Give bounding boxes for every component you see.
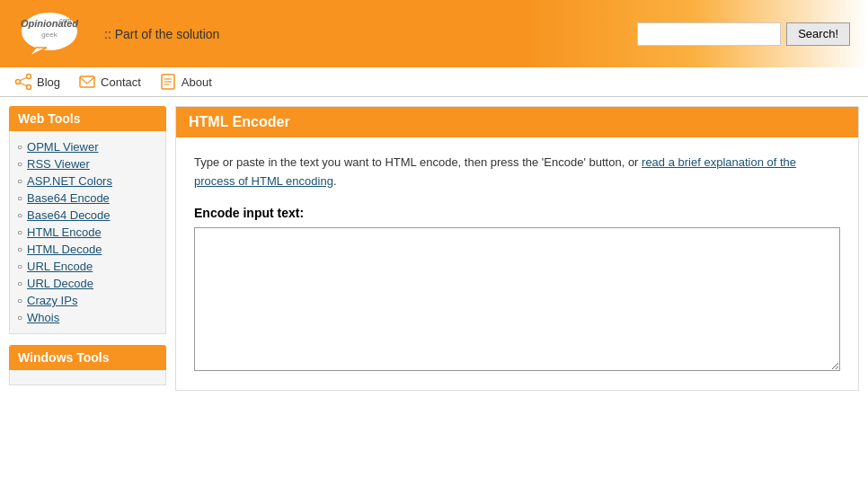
logo-svg: Opinionated .com geek <box>18 8 81 57</box>
main-layout: Web Tools OPML Viewer RSS Viewer ASP.NET… <box>0 97 868 400</box>
nav-contact-label: Contact <box>101 75 141 89</box>
nav-item-contact[interactable]: Contact <box>78 73 141 91</box>
sidebar-section2: Windows Tools <box>9 345 166 385</box>
list-item: Crazy IPs <box>17 292 158 309</box>
svg-point-7 <box>27 85 31 90</box>
sidebar-link-url-decode[interactable]: URL Decode <box>27 277 93 290</box>
sidebar-link-opml-viewer[interactable]: OPML Viewer <box>27 140 98 154</box>
list-item: Base64 Decode <box>17 207 158 224</box>
encode-label: Encode input text: <box>194 206 840 220</box>
nav-bar: Blog Contact About <box>0 67 868 97</box>
search-input[interactable] <box>637 22 781 46</box>
sidebar-link-whois[interactable]: Whois <box>27 311 59 324</box>
list-item: Whois <box>17 309 158 326</box>
intro-text-part1: Type or paste in the text you want to HT… <box>194 155 642 169</box>
list-item: RSS Viewer <box>17 155 158 172</box>
svg-rect-10 <box>80 76 94 87</box>
tagline: :: Part of the solution <box>104 27 219 41</box>
header: Opinionated .com geek :: Part of the sol… <box>0 0 868 67</box>
sidebar-section1-title: Web Tools <box>9 106 166 131</box>
sidebar-links-windows-tools <box>9 370 166 385</box>
sidebar-link-base64-decode[interactable]: Base64 Decode <box>27 208 111 222</box>
search-button[interactable]: Search! <box>786 22 850 46</box>
content-area: HTML Encoder Type or paste in the text y… <box>175 106 859 391</box>
content-body: Type or paste in the text you want to HT… <box>176 137 858 390</box>
sidebar-link-base64-encode[interactable]: Base64 Encode <box>27 191 110 205</box>
contact-icon <box>78 73 96 91</box>
sidebar-link-html-encode[interactable]: HTML Encode <box>27 225 102 239</box>
sidebar-link-aspnet-colors[interactable]: ASP.NET Colors <box>27 174 112 188</box>
blog-icon <box>14 73 32 91</box>
about-icon <box>159 73 177 91</box>
list-item: HTML Decode <box>17 241 158 258</box>
sidebar-links-web-tools: OPML Viewer RSS Viewer ASP.NET Colors Ba… <box>9 131 166 334</box>
svg-text:geek: geek <box>41 31 58 39</box>
sidebar-link-html-decode[interactable]: HTML Decode <box>27 243 102 256</box>
list-item: Base64 Encode <box>17 190 158 207</box>
intro-text-part2: . <box>333 174 337 188</box>
sidebar: Web Tools OPML Viewer RSS Viewer ASP.NET… <box>9 106 166 391</box>
list-item: ASP.NET Colors <box>17 172 158 190</box>
list-item: URL Decode <box>17 275 158 292</box>
list-item: HTML Encode <box>17 224 158 241</box>
nav-about-label: About <box>182 75 212 89</box>
sidebar-link-rss-viewer[interactable]: RSS Viewer <box>27 157 90 171</box>
nav-item-blog[interactable]: Blog <box>14 73 60 91</box>
list-item: URL Encode <box>17 258 158 275</box>
nav-item-about[interactable]: About <box>159 73 212 91</box>
encode-textarea[interactable] <box>194 227 840 371</box>
svg-text:.com: .com <box>58 17 71 23</box>
svg-marker-1 <box>29 48 47 57</box>
svg-point-5 <box>16 80 21 84</box>
logo-area: Opinionated .com geek :: Part of the sol… <box>18 8 219 60</box>
svg-line-9 <box>20 83 27 86</box>
svg-line-8 <box>20 77 27 81</box>
intro-paragraph: Type or paste in the text you want to HT… <box>194 154 840 191</box>
content-title: HTML Encoder <box>176 107 858 137</box>
list-item: OPML Viewer <box>17 138 158 155</box>
search-area: Search! <box>637 22 850 46</box>
nav-blog-label: Blog <box>37 75 60 89</box>
svg-point-6 <box>27 75 31 79</box>
sidebar-section2-title: Windows Tools <box>9 345 166 370</box>
sidebar-link-crazy-ips[interactable]: Crazy IPs <box>27 294 77 307</box>
sidebar-link-url-encode[interactable]: URL Encode <box>27 260 93 273</box>
